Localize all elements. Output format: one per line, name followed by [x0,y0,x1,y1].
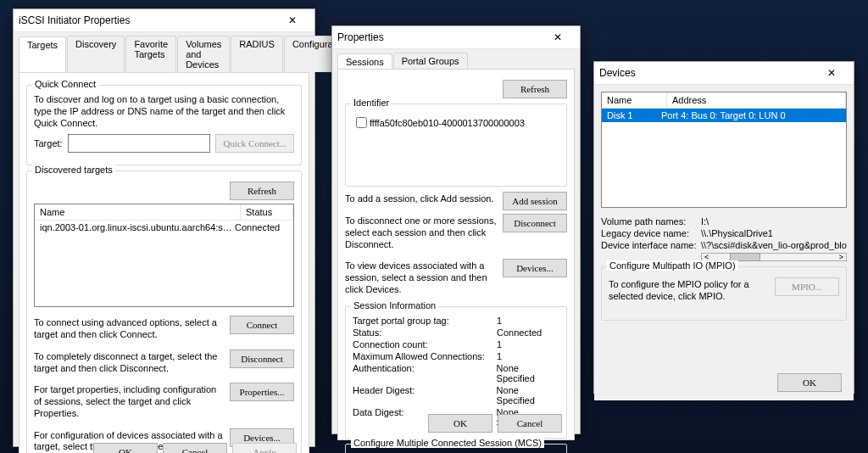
refresh-button[interactable]: Refresh [230,182,294,200]
window-body: Name Address Disk 1 Port 4: Bus 0: Targe… [594,85,854,400]
legacy-label: Legacy device name: [601,228,701,238]
help-add-session: To add a session, click Add session. [345,193,503,205]
si-value: 1 [497,351,502,361]
devices-list[interactable]: Name Address Disk 1 Port 4: Bus 0: Targe… [601,92,847,208]
help-disconnect-session: To disconnect one or more sessions, sele… [345,215,503,250]
table-row[interactable]: Disk 1 Port 4: Bus 0: Target 0: LUN 0 [602,109,846,122]
help-disconnect: To completely disconnect a target, selec… [34,351,230,375]
close-icon[interactable]: ✕ [541,31,575,43]
si-value: 1 [497,316,502,326]
apply-button[interactable]: Apply [232,443,297,453]
group-legend: Identifier [351,98,392,108]
properties-window: Properties ✕ Sessions Portal Groups Refr… [331,25,581,434]
vol-path-label: Volume path names: [601,216,701,226]
quick-connect-group: Quick Connect To discover and log on to … [26,85,302,165]
connect-button[interactable]: Connect [230,316,294,334]
si-label: Header Digest: [353,385,497,405]
scroll-right-icon[interactable]: > [837,253,846,261]
group-legend: Quick Connect [32,79,98,89]
disconnect-button[interactable]: Disconnect [230,350,294,368]
col-status[interactable]: Status [241,204,293,220]
tab-pane: Quick Connect To discover and log on to … [19,72,309,453]
refresh-button[interactable]: Refresh [503,80,567,98]
ok-button[interactable]: OK [93,443,158,453]
iscsi-initiator-window: iSCSI Initiator Properties ✕ Targets Dis… [13,8,315,447]
targets-list[interactable]: Name Status iqn.2003-01.org.linux-iscsi.… [34,204,294,307]
tab-pane: Refresh Identifier ffffa50fc80eb010-4000… [337,69,575,440]
col-name[interactable]: Name [602,92,667,108]
properties-button[interactable]: Properties... [230,383,294,401]
ok-button[interactable]: OK [428,414,492,433]
target-label: Target: [34,138,68,148]
si-label: Authentication: [353,363,497,383]
devices-button[interactable]: Devices... [503,259,567,277]
cancel-button[interactable]: Cancel [498,414,562,433]
device-name: Disk 1 [607,110,661,120]
si-label: Status: [353,327,497,338]
titlebar: Devices ✕ [594,62,854,85]
session-checkbox[interactable] [356,117,367,128]
group-legend: Configure Multiple Connected Session (MC… [351,438,544,448]
cancel-button[interactable]: Cancel [163,443,227,453]
add-session-button[interactable]: Add session [503,192,567,210]
si-label: Connection count: [353,339,497,350]
ok-button[interactable]: OK [777,373,842,392]
window-title: Devices [599,67,636,79]
device-address: Port 4: Bus 0: Target 0: LUN 0 [661,110,786,120]
tablist: Sessions Portal Groups [332,49,580,69]
target-name: iqn.2003-01.org.linux-iscsi.ubuntu.aarch… [40,222,235,232]
disconnect-button[interactable]: Disconnect [503,214,567,232]
mpio-desc: To configure the MPIO policy for a selec… [609,279,775,303]
quick-connect-desc: To discover and log on to a target using… [34,94,294,129]
close-icon[interactable]: ✕ [275,14,309,26]
quick-connect-button[interactable]: Quick Connect... [215,134,294,153]
si-label: Maximum Allowed Connections: [353,351,497,361]
tab-targets[interactable]: Targets [19,36,66,73]
close-icon[interactable]: ✕ [815,67,849,79]
tablist: Targets Discovery Favorite Targets Volum… [14,32,314,72]
tab-discovery[interactable]: Discovery [67,36,125,72]
mpio-button[interactable]: MPIO... [775,277,839,296]
discovered-targets-group: Discovered targets Refresh Name Status i… [26,171,302,453]
target-status: Connected [235,222,280,232]
dif-label: Device interface name: [601,240,701,250]
vol-path-value: I:\ [701,216,709,226]
session-identifier: ffffa50fc80eb010-4000013700000003 [370,118,525,128]
target-input[interactable] [68,134,210,153]
si-value: None Specified [497,385,559,405]
help-connect: To connect using advanced options, selec… [34,317,230,341]
help-devices-session: To view devices associated with a sessio… [345,260,503,295]
target-row: Target: Quick Connect... [34,134,294,153]
dif-value: \\?\scsi#disk&ven_lio-org&prod_block0#1&… [701,240,847,250]
table-row[interactable]: iqn.2003-01.org.linux-iscsi.ubuntu.aarch… [35,221,293,234]
col-address[interactable]: Address [667,92,846,108]
si-value: None Specified [497,363,559,383]
tab-volumes-devices[interactable]: Volumes and Devices [177,36,230,72]
identifier-group: Identifier ffffa50fc80eb010-400001370000… [345,103,567,187]
si-label: Target portal group tag: [353,316,497,326]
window-title: iSCSI Initiator Properties [19,14,130,26]
window-title: Properties [337,31,384,43]
mcs-group: Configure Multiple Connected Session (MC… [345,444,567,454]
tab-radius[interactable]: RADIUS [231,36,283,72]
legacy-value: \\.\PhysicalDrive1 [701,228,773,238]
group-legend: Configure Multipath IO (MPIO) [607,260,738,271]
si-value: 1 [497,339,502,350]
group-legend: Discovered targets [32,165,115,175]
mpio-group: Configure Multipath IO (MPIO) To configu… [601,266,847,321]
group-legend: Session Information [351,300,438,310]
si-value: Connected [497,327,542,338]
titlebar: iSCSI Initiator Properties ✕ [14,9,314,32]
tab-portal-groups[interactable]: Portal Groups [393,53,468,69]
devices-window: Devices ✕ Name Address Disk 1 Port 4: Bu… [593,61,854,394]
tab-favorite-targets[interactable]: Favorite Targets [125,36,176,72]
tab-sessions[interactable]: Sessions [337,53,392,70]
titlebar: Properties ✕ [332,26,580,49]
col-name[interactable]: Name [35,204,241,220]
help-properties: For target properties, including configu… [34,384,230,419]
